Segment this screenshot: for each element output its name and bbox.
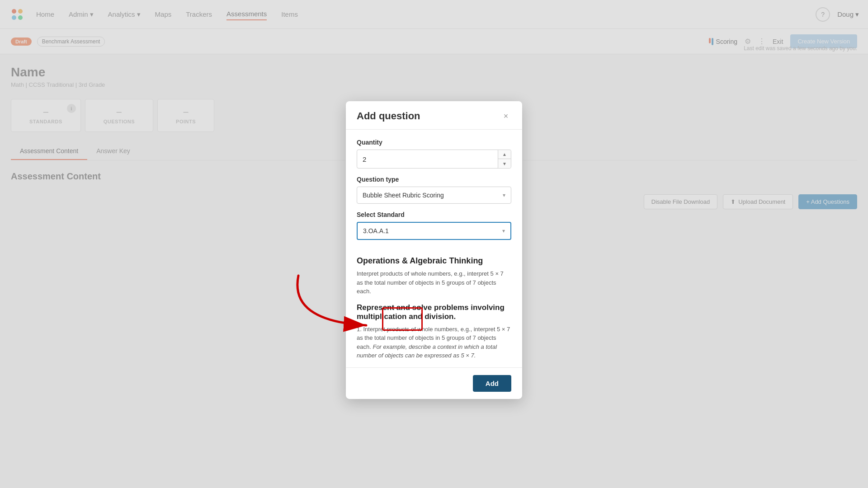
quantity-input-wrap: ▲ ▼ xyxy=(357,150,511,169)
quantity-group: Quantity ▲ ▼ xyxy=(357,139,511,169)
modal-title: Add question xyxy=(357,110,420,122)
standard-select[interactable]: 3.OA.A.1 ▾ xyxy=(357,222,511,240)
standard-heading: Operations & Algebraic Thinking xyxy=(357,256,511,266)
standard-subtext: 1. Interpret products of whole numbers, … xyxy=(357,324,511,360)
chevron-down-icon: ▾ xyxy=(502,228,505,234)
quantity-decrement[interactable]: ▼ xyxy=(498,159,511,168)
standard-description: Interpret products of whole numbers, e.g… xyxy=(357,269,511,296)
modal-header: Add question × xyxy=(346,101,522,130)
select-standard-label: Select Standard xyxy=(357,211,511,218)
question-type-group: Question type Bubble Sheet Rubric Scorin… xyxy=(357,176,511,204)
quantity-spinners: ▲ ▼ xyxy=(498,150,511,168)
add-question-modal: Add question × Quantity ▲ ▼ Question typ… xyxy=(346,101,522,399)
standard-subheading: Represent and solve problems involving m… xyxy=(357,303,511,321)
quantity-increment[interactable]: ▲ xyxy=(498,150,511,159)
add-button[interactable]: Add xyxy=(473,375,511,391)
modal-content-section: Operations & Algebraic Thinking Interpre… xyxy=(346,256,522,367)
close-icon[interactable]: × xyxy=(500,111,511,122)
question-type-value: Bubble Sheet Rubric Scoring xyxy=(357,187,511,203)
modal-footer: Add xyxy=(346,367,522,399)
modal-body: Quantity ▲ ▼ Question type Bubble Sheet … xyxy=(346,130,522,256)
question-type-label: Question type xyxy=(357,176,511,183)
quantity-label: Quantity xyxy=(357,139,511,146)
quantity-input[interactable] xyxy=(357,150,498,167)
chevron-down-icon: ▾ xyxy=(503,192,505,198)
standard-group: Select Standard 3.OA.A.1 ▾ xyxy=(357,211,511,240)
selected-standard: 3.OA.A.1 xyxy=(358,223,510,239)
question-type-select[interactable]: Bubble Sheet Rubric Scoring ▾ xyxy=(357,187,511,204)
